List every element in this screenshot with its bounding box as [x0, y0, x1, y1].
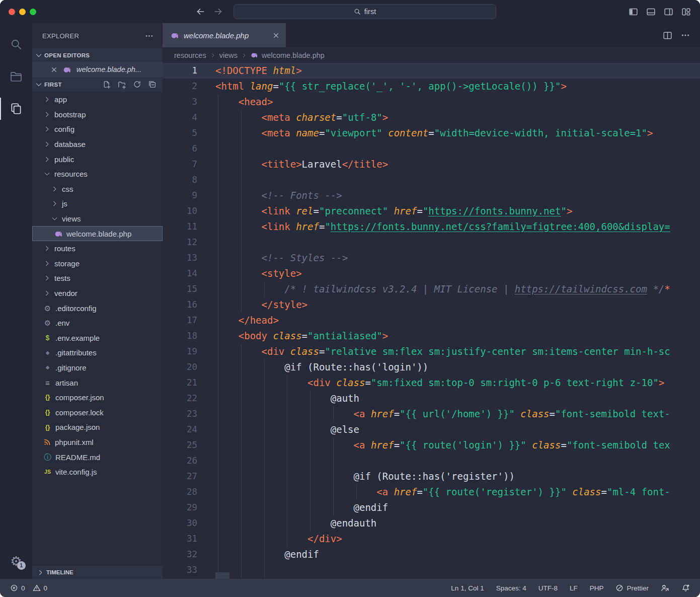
code-line[interactable]: 10 <link rel="preconnect" href="https://… — [163, 203, 700, 219]
tree-item--editorconfig[interactable]: ⚙.editorconfig — [32, 301, 163, 316]
tree-item--env-example[interactable]: $.env.example — [32, 331, 163, 346]
toggle-panel-icon[interactable] — [646, 7, 656, 17]
tree-item-composer-json[interactable]: {}composer.json — [32, 390, 163, 405]
more-actions-icon[interactable] — [145, 32, 153, 40]
tree-item-database[interactable]: database — [32, 137, 163, 152]
open-editor-item[interactable]: welcome.blade.ph... — [32, 62, 163, 77]
timeline-section[interactable]: TIMELINE — [32, 566, 163, 579]
tree-item-resources[interactable]: resources — [32, 167, 163, 182]
tree-item-storage[interactable]: storage — [32, 256, 163, 271]
code-line[interactable]: 3 <head> — [163, 94, 700, 110]
breadcrumb-file[interactable]: welcome.blade.php — [262, 51, 325, 59]
code-line[interactable]: 5 <meta name="viewport" content="width=d… — [163, 125, 700, 141]
split-editor-icon[interactable] — [663, 31, 672, 40]
code-line[interactable]: 27 @if (Route::has('register')) — [163, 469, 700, 484]
toggle-secondary-sidebar-icon[interactable] — [664, 7, 673, 17]
code-line[interactable]: 8 — [163, 172, 700, 188]
problems-warnings[interactable]: 0 — [33, 584, 48, 592]
code-line[interactable]: 21 <div class="sm:fixed sm:top-0 sm:righ… — [163, 375, 700, 391]
tree-item--gitignore[interactable]: ◆.gitignore — [32, 360, 163, 376]
tree-item-phpunit-xml[interactable]: phpunit.xml — [32, 435, 163, 450]
command-center-search[interactable]: first — [234, 4, 496, 19]
code-line[interactable]: 4 <meta charset="utf-8"> — [163, 110, 700, 125]
indentation[interactable]: Spaces: 4 — [496, 584, 526, 592]
close-window-button[interactable] — [9, 9, 15, 15]
collapse-all-icon[interactable] — [148, 80, 157, 89]
code-line[interactable]: 7 <title>Laravel</title> — [163, 157, 700, 172]
problems-errors[interactable]: 0 — [10, 584, 25, 592]
new-file-icon[interactable] — [102, 80, 111, 89]
tree-item-public[interactable]: public — [32, 152, 163, 167]
code-line[interactable]: 29 @endif — [163, 500, 700, 515]
customize-layout-icon[interactable] — [681, 7, 691, 17]
tree-item-welcome-blade-php[interactable]: welcome.blade.php — [32, 226, 163, 241]
code-editor[interactable]: 1<!DOCTYPE html>2<html lang="{{ str_repl… — [163, 63, 700, 579]
code-line[interactable]: 2<html lang="{{ str_replace('_', '-', ap… — [163, 79, 700, 94]
code-line[interactable]: 32 @endif — [163, 547, 700, 562]
tree-item-vendor[interactable]: vendor — [32, 286, 163, 301]
code-line[interactable]: 31 </div> — [163, 531, 700, 547]
code-line[interactable]: 16 </style> — [163, 297, 700, 313]
formatter-status[interactable]: Prettier — [615, 584, 649, 592]
refresh-icon[interactable] — [133, 80, 141, 89]
project-section[interactable]: FIRST — [32, 77, 163, 92]
code-line[interactable]: 17 </head> — [163, 313, 700, 328]
breadcrumb-views[interactable]: views — [219, 51, 238, 59]
code-line[interactable]: 19 <div class="relative sm:flex sm:justi… — [163, 344, 700, 359]
feedback-person-icon[interactable] — [661, 584, 669, 592]
code-line[interactable]: 12 — [163, 235, 700, 250]
tree-item-tests[interactable]: tests — [32, 271, 163, 286]
tree-item-package-json[interactable]: {}package.json — [32, 420, 163, 435]
code-line[interactable]: 30 @endauth — [163, 515, 700, 531]
activity-explorer-folder[interactable] — [0, 60, 32, 93]
code-line[interactable]: 23 <a href="{{ url('/home') }}" class="f… — [163, 406, 700, 422]
tree-item-readme-md[interactable]: ⓘREADME.md — [32, 450, 163, 465]
tab-welcome-blade-php[interactable]: welcome.blade.php — [163, 23, 286, 47]
code-line[interactable]: 22 @auth — [163, 391, 700, 406]
code-line[interactable]: 14 <style> — [163, 266, 700, 281]
tree-item-composer-lock[interactable]: {}composer.lock — [32, 405, 163, 420]
tree-item-views[interactable]: views — [32, 211, 163, 227]
back-icon[interactable] — [195, 7, 205, 17]
code-line[interactable]: 26 — [163, 453, 700, 469]
tree-item-app[interactable]: app — [32, 92, 163, 107]
tree-item--env[interactable]: ⚙.env — [32, 316, 163, 331]
code-line[interactable]: 24 @else — [163, 422, 700, 437]
code-line[interactable]: 28 <a href="{{ route('register') }}" cla… — [163, 484, 700, 500]
manage-gear-button[interactable]: ⚙ 1 — [10, 555, 22, 568]
code-line[interactable]: 15 /* ! tailwindcss v3.2.4 | MIT License… — [163, 281, 700, 297]
tree-item-config[interactable]: config — [32, 122, 163, 137]
code-line[interactable]: 1<!DOCTYPE html> — [163, 63, 700, 79]
code-line[interactable]: 18 <body class="antialiased"> — [163, 328, 700, 344]
tree-item-js[interactable]: js — [32, 196, 163, 211]
notifications-bell-icon[interactable] — [681, 584, 690, 592]
cursor-position[interactable]: Ln 1, Col 1 — [451, 584, 484, 592]
tree-item-bootstrap[interactable]: bootstrap — [32, 107, 163, 122]
tree-item-vite-config-js[interactable]: JSvite.config.js — [32, 465, 163, 480]
new-folder-icon[interactable] — [117, 80, 126, 89]
close-icon[interactable] — [50, 66, 58, 73]
code-line[interactable]: 11 <link href="https://fonts.bunny.net/c… — [163, 219, 700, 235]
tree-item-routes[interactable]: routes — [32, 241, 163, 256]
minimize-window-button[interactable] — [19, 9, 26, 15]
code-line[interactable]: 20 @if (Route::has('login')) — [163, 359, 700, 375]
close-tab-icon[interactable] — [272, 32, 280, 39]
open-editors-section[interactable]: OPEN EDITORS — [32, 48, 163, 62]
code-line[interactable]: 13 <!-- Styles --> — [163, 250, 700, 266]
breadcrumb-resources[interactable]: resources — [174, 51, 206, 59]
forward-icon[interactable] — [213, 7, 223, 17]
tree-item--gitattributes[interactable]: ◆.gitattributes — [32, 345, 163, 360]
toggle-primary-sidebar-icon[interactable] — [629, 7, 638, 17]
code-line[interactable]: 25 <a href="{{ route('login') }}" class=… — [163, 437, 700, 453]
language-mode[interactable]: PHP — [590, 584, 604, 592]
more-actions-icon[interactable] — [681, 31, 690, 40]
zoom-window-button[interactable] — [30, 9, 36, 15]
code-line[interactable]: 6 — [163, 141, 700, 157]
tree-item-artisan[interactable]: ≡artisan — [32, 375, 163, 390]
activity-search[interactable] — [0, 28, 32, 60]
encoding[interactable]: UTF-8 — [538, 584, 558, 592]
code-line[interactable]: 9 <!-- Fonts --> — [163, 188, 700, 203]
code-line[interactable]: 33 — [163, 562, 700, 578]
activity-open-editors[interactable] — [0, 93, 32, 125]
eol-sequence[interactable]: LF — [570, 584, 578, 592]
